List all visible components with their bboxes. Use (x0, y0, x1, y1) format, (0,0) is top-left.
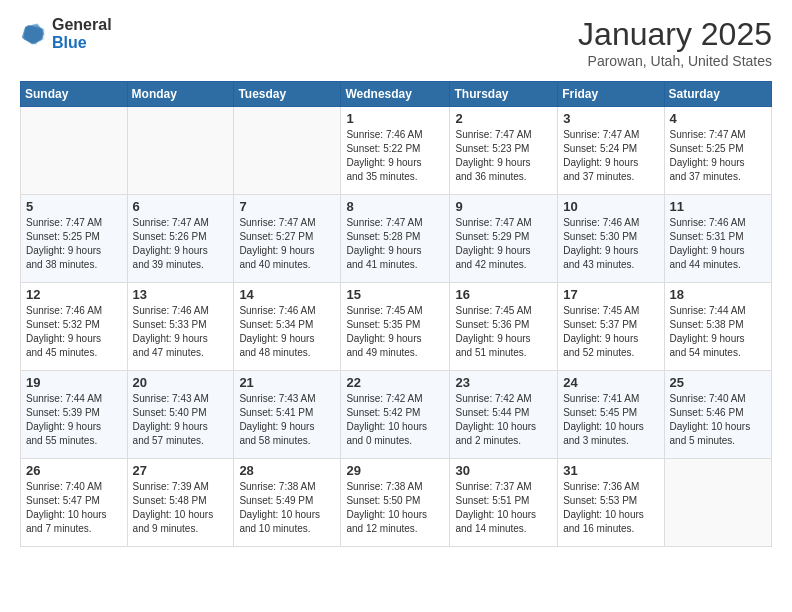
col-saturday: Saturday (664, 82, 771, 107)
day-info: Sunrise: 7:43 AM Sunset: 5:41 PM Dayligh… (239, 392, 335, 448)
calendar-cell: 1Sunrise: 7:46 AM Sunset: 5:22 PM Daylig… (341, 107, 450, 195)
day-info: Sunrise: 7:37 AM Sunset: 5:51 PM Dayligh… (455, 480, 552, 536)
day-info: Sunrise: 7:47 AM Sunset: 5:24 PM Dayligh… (563, 128, 658, 184)
week-row-2: 5Sunrise: 7:47 AM Sunset: 5:25 PM Daylig… (21, 195, 772, 283)
title-block: January 2025 Parowan, Utah, United State… (578, 16, 772, 69)
day-info: Sunrise: 7:38 AM Sunset: 5:50 PM Dayligh… (346, 480, 444, 536)
day-info: Sunrise: 7:47 AM Sunset: 5:27 PM Dayligh… (239, 216, 335, 272)
day-number: 30 (455, 463, 552, 478)
calendar-cell (234, 107, 341, 195)
day-info: Sunrise: 7:38 AM Sunset: 5:49 PM Dayligh… (239, 480, 335, 536)
day-number: 2 (455, 111, 552, 126)
day-number: 24 (563, 375, 658, 390)
day-info: Sunrise: 7:43 AM Sunset: 5:40 PM Dayligh… (133, 392, 229, 448)
day-number: 11 (670, 199, 766, 214)
logo-blue: Blue (52, 34, 87, 51)
day-number: 25 (670, 375, 766, 390)
day-number: 16 (455, 287, 552, 302)
day-number: 8 (346, 199, 444, 214)
day-info: Sunrise: 7:41 AM Sunset: 5:45 PM Dayligh… (563, 392, 658, 448)
day-info: Sunrise: 7:45 AM Sunset: 5:35 PM Dayligh… (346, 304, 444, 360)
calendar-cell: 17Sunrise: 7:45 AM Sunset: 5:37 PM Dayli… (558, 283, 664, 371)
calendar-cell: 6Sunrise: 7:47 AM Sunset: 5:26 PM Daylig… (127, 195, 234, 283)
logo-general: General (52, 16, 112, 33)
day-info: Sunrise: 7:47 AM Sunset: 5:28 PM Dayligh… (346, 216, 444, 272)
day-number: 21 (239, 375, 335, 390)
day-info: Sunrise: 7:36 AM Sunset: 5:53 PM Dayligh… (563, 480, 658, 536)
calendar-cell: 13Sunrise: 7:46 AM Sunset: 5:33 PM Dayli… (127, 283, 234, 371)
calendar-cell: 30Sunrise: 7:37 AM Sunset: 5:51 PM Dayli… (450, 459, 558, 547)
day-info: Sunrise: 7:44 AM Sunset: 5:38 PM Dayligh… (670, 304, 766, 360)
week-row-3: 12Sunrise: 7:46 AM Sunset: 5:32 PM Dayli… (21, 283, 772, 371)
calendar-cell: 18Sunrise: 7:44 AM Sunset: 5:38 PM Dayli… (664, 283, 771, 371)
calendar-cell: 15Sunrise: 7:45 AM Sunset: 5:35 PM Dayli… (341, 283, 450, 371)
calendar-body: 1Sunrise: 7:46 AM Sunset: 5:22 PM Daylig… (21, 107, 772, 547)
day-number: 3 (563, 111, 658, 126)
calendar-cell: 7Sunrise: 7:47 AM Sunset: 5:27 PM Daylig… (234, 195, 341, 283)
calendar-cell: 22Sunrise: 7:42 AM Sunset: 5:42 PM Dayli… (341, 371, 450, 459)
day-info: Sunrise: 7:42 AM Sunset: 5:42 PM Dayligh… (346, 392, 444, 448)
header: General Blue January 2025 Parowan, Utah,… (20, 16, 772, 69)
day-info: Sunrise: 7:46 AM Sunset: 5:34 PM Dayligh… (239, 304, 335, 360)
calendar-cell: 20Sunrise: 7:43 AM Sunset: 5:40 PM Dayli… (127, 371, 234, 459)
col-friday: Friday (558, 82, 664, 107)
col-sunday: Sunday (21, 82, 128, 107)
day-number: 12 (26, 287, 122, 302)
calendar-cell: 19Sunrise: 7:44 AM Sunset: 5:39 PM Dayli… (21, 371, 128, 459)
day-info: Sunrise: 7:44 AM Sunset: 5:39 PM Dayligh… (26, 392, 122, 448)
day-number: 18 (670, 287, 766, 302)
calendar-cell: 10Sunrise: 7:46 AM Sunset: 5:30 PM Dayli… (558, 195, 664, 283)
calendar-cell: 5Sunrise: 7:47 AM Sunset: 5:25 PM Daylig… (21, 195, 128, 283)
day-info: Sunrise: 7:47 AM Sunset: 5:26 PM Dayligh… (133, 216, 229, 272)
col-tuesday: Tuesday (234, 82, 341, 107)
calendar-cell: 2Sunrise: 7:47 AM Sunset: 5:23 PM Daylig… (450, 107, 558, 195)
calendar-cell: 29Sunrise: 7:38 AM Sunset: 5:50 PM Dayli… (341, 459, 450, 547)
calendar-cell: 3Sunrise: 7:47 AM Sunset: 5:24 PM Daylig… (558, 107, 664, 195)
logo-text: General Blue (52, 16, 112, 52)
calendar-cell: 25Sunrise: 7:40 AM Sunset: 5:46 PM Dayli… (664, 371, 771, 459)
logo: General Blue (20, 16, 112, 52)
day-info: Sunrise: 7:47 AM Sunset: 5:23 PM Dayligh… (455, 128, 552, 184)
calendar-cell: 23Sunrise: 7:42 AM Sunset: 5:44 PM Dayli… (450, 371, 558, 459)
day-info: Sunrise: 7:46 AM Sunset: 5:22 PM Dayligh… (346, 128, 444, 184)
day-info: Sunrise: 7:46 AM Sunset: 5:32 PM Dayligh… (26, 304, 122, 360)
calendar-cell: 14Sunrise: 7:46 AM Sunset: 5:34 PM Dayli… (234, 283, 341, 371)
week-row-1: 1Sunrise: 7:46 AM Sunset: 5:22 PM Daylig… (21, 107, 772, 195)
day-number: 13 (133, 287, 229, 302)
calendar-cell: 9Sunrise: 7:47 AM Sunset: 5:29 PM Daylig… (450, 195, 558, 283)
day-info: Sunrise: 7:47 AM Sunset: 5:25 PM Dayligh… (670, 128, 766, 184)
calendar-cell: 27Sunrise: 7:39 AM Sunset: 5:48 PM Dayli… (127, 459, 234, 547)
day-number: 23 (455, 375, 552, 390)
day-info: Sunrise: 7:46 AM Sunset: 5:33 PM Dayligh… (133, 304, 229, 360)
day-info: Sunrise: 7:42 AM Sunset: 5:44 PM Dayligh… (455, 392, 552, 448)
day-number: 4 (670, 111, 766, 126)
day-number: 1 (346, 111, 444, 126)
col-wednesday: Wednesday (341, 82, 450, 107)
calendar: Sunday Monday Tuesday Wednesday Thursday… (20, 81, 772, 547)
day-number: 6 (133, 199, 229, 214)
day-info: Sunrise: 7:45 AM Sunset: 5:36 PM Dayligh… (455, 304, 552, 360)
day-info: Sunrise: 7:47 AM Sunset: 5:29 PM Dayligh… (455, 216, 552, 272)
day-number: 29 (346, 463, 444, 478)
day-number: 9 (455, 199, 552, 214)
calendar-cell: 24Sunrise: 7:41 AM Sunset: 5:45 PM Dayli… (558, 371, 664, 459)
day-info: Sunrise: 7:47 AM Sunset: 5:25 PM Dayligh… (26, 216, 122, 272)
day-info: Sunrise: 7:39 AM Sunset: 5:48 PM Dayligh… (133, 480, 229, 536)
page-container: General Blue January 2025 Parowan, Utah,… (0, 0, 792, 557)
day-info: Sunrise: 7:40 AM Sunset: 5:47 PM Dayligh… (26, 480, 122, 536)
day-number: 28 (239, 463, 335, 478)
day-number: 14 (239, 287, 335, 302)
month-title: January 2025 (578, 16, 772, 53)
calendar-cell: 26Sunrise: 7:40 AM Sunset: 5:47 PM Dayli… (21, 459, 128, 547)
header-row: Sunday Monday Tuesday Wednesday Thursday… (21, 82, 772, 107)
day-number: 31 (563, 463, 658, 478)
day-number: 26 (26, 463, 122, 478)
day-number: 19 (26, 375, 122, 390)
day-number: 27 (133, 463, 229, 478)
calendar-cell: 4Sunrise: 7:47 AM Sunset: 5:25 PM Daylig… (664, 107, 771, 195)
calendar-cell: 16Sunrise: 7:45 AM Sunset: 5:36 PM Dayli… (450, 283, 558, 371)
calendar-cell: 11Sunrise: 7:46 AM Sunset: 5:31 PM Dayli… (664, 195, 771, 283)
calendar-cell: 12Sunrise: 7:46 AM Sunset: 5:32 PM Dayli… (21, 283, 128, 371)
day-info: Sunrise: 7:40 AM Sunset: 5:46 PM Dayligh… (670, 392, 766, 448)
calendar-cell (664, 459, 771, 547)
